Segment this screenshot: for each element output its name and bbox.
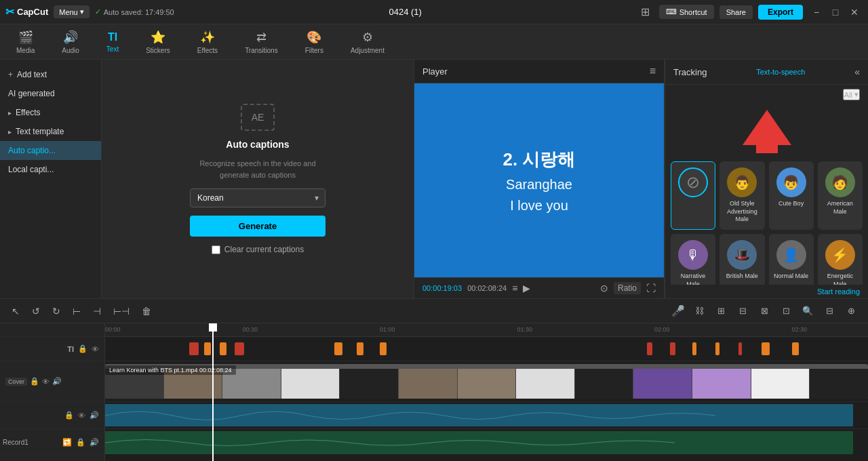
voice-card-american-male[interactable]: 🧑 American Male xyxy=(818,161,863,230)
microphone-button[interactable]: 🎤 xyxy=(671,304,685,317)
crop-button[interactable]: ⊢⊣ xyxy=(110,304,133,319)
auto-captions-button[interactable]: Auto captio... xyxy=(0,141,101,160)
audio-speaker[interactable]: 🔊 xyxy=(90,411,99,420)
track-audio-button[interactable]: ⊟ xyxy=(734,302,751,320)
text-clip-13[interactable] xyxy=(762,342,770,355)
video-track-row: Learn Korean with BTS pt.1.mp4 00:02:08:… xyxy=(105,361,868,402)
clear-captions-checkbox[interactable] xyxy=(212,245,220,254)
video-clip[interactable]: Learn Korean with BTS pt.1.mp4 00:02:08:… xyxy=(105,364,868,399)
display-mode-button[interactable]: ⊞ xyxy=(637,4,654,20)
voice-card-normal-male[interactable]: 👤 Normal Male xyxy=(769,234,814,285)
record-loop[interactable]: 🔁 xyxy=(62,438,72,447)
all-voices-button[interactable]: All ▾ xyxy=(843,89,860,100)
delete-button[interactable]: 🗑 xyxy=(138,304,155,319)
voice-card-energetic-male[interactable]: ⚡ Energetic Male xyxy=(818,234,863,285)
start-reading-button[interactable]: Start reading xyxy=(665,285,868,298)
text-clip-2[interactable] xyxy=(204,342,211,355)
tool-effects[interactable]: ✨ Effects xyxy=(192,27,223,57)
text-clip-14[interactable] xyxy=(792,342,799,355)
player-ratio-button[interactable]: Ratio xyxy=(614,282,641,294)
close-button[interactable]: ✕ xyxy=(846,4,863,20)
auto-captions-desc: Recognize speech in the video and genera… xyxy=(199,158,315,180)
text-clip-9[interactable] xyxy=(670,342,675,355)
player-fullscreen-button[interactable]: ⛶ xyxy=(646,283,656,294)
player-list-view-button[interactable]: ≡ xyxy=(512,283,517,294)
effects-button[interactable]: ▸ Effects xyxy=(0,103,101,122)
timeline-right-buttons: ⛓ ⊞ ⊟ ⊠ ⊡ 🔍 ⊟ ⊕ xyxy=(690,302,860,320)
track-fit-button[interactable]: ⊡ xyxy=(777,302,795,320)
player-menu-icon[interactable]: ≡ xyxy=(650,65,656,77)
split-right-button[interactable]: ⊣ xyxy=(90,304,104,319)
tool-text[interactable]: TI Text xyxy=(101,28,124,56)
share-button[interactable]: Share xyxy=(719,5,753,19)
voice-card-narrative-male[interactable]: 🎙 Narrative Male xyxy=(671,234,715,285)
tool-transitions[interactable]: ⇄ Transitions xyxy=(239,27,283,57)
audio-lock[interactable]: 🔒 xyxy=(64,411,74,420)
export-button[interactable]: Export xyxy=(758,5,803,20)
track-zoom-out-button[interactable]: 🔍 xyxy=(799,302,816,320)
text-track-eye[interactable]: 👁 xyxy=(92,345,99,353)
tool-audio[interactable]: 🔊 Audio xyxy=(56,27,85,57)
ruler-mark-200: 02:00 xyxy=(654,326,670,333)
shortcut-button[interactable]: ⌨ Shortcut xyxy=(659,5,714,19)
video-lock[interactable]: 🔒 xyxy=(30,377,39,386)
thumb-4 xyxy=(281,369,340,399)
tool-adjustment-label: Adjustment xyxy=(351,47,384,54)
voices-grid: ⊘ 👨 Old Style Advertising Male 👦 Cute Bo… xyxy=(665,157,868,285)
tool-filters[interactable]: 🎨 Filters xyxy=(300,27,329,57)
voice-card-british-male[interactable]: 🎩 British Male xyxy=(719,234,764,285)
text-clip-4[interactable] xyxy=(235,342,244,355)
voice-card-old-style[interactable]: 👨 Old Style Advertising Male xyxy=(719,161,764,230)
track-split-view-button[interactable]: ⊞ xyxy=(712,302,730,320)
text-clip-3[interactable] xyxy=(220,342,226,355)
record-wave[interactable] xyxy=(105,431,853,454)
local-captions-button[interactable]: Local capti... xyxy=(0,160,101,179)
cute-boy-icon: 👦 xyxy=(783,174,800,191)
add-text-button[interactable]: + Add text xyxy=(0,65,101,84)
audio-wave[interactable] xyxy=(105,404,853,426)
text-clip-12[interactable] xyxy=(738,342,742,355)
text-track-lock[interactable]: 🔒 xyxy=(78,344,87,353)
player-fit-button[interactable]: ⊙ xyxy=(600,283,608,294)
video-audio[interactable]: 🔊 xyxy=(52,377,62,386)
text-template-button[interactable]: ▸ Text template xyxy=(0,122,101,141)
player-play-button[interactable]: ▶ xyxy=(523,283,530,294)
tool-adjustment[interactable]: ⚙ Adjustment xyxy=(345,27,390,57)
text-clip-5[interactable] xyxy=(334,342,342,355)
tool-media[interactable]: 🎬 Media xyxy=(11,27,40,57)
maximize-button[interactable]: □ xyxy=(827,4,844,20)
ae-icon: AE xyxy=(252,112,264,123)
track-link-button[interactable]: ⛓ xyxy=(690,302,708,320)
split-button[interactable]: ⊢ xyxy=(69,304,84,319)
undo-button[interactable]: ↺ xyxy=(28,304,43,319)
text-clip-1[interactable] xyxy=(189,342,199,355)
video-eye[interactable]: 👁 xyxy=(42,378,50,386)
tts-link[interactable]: Text-to-speech xyxy=(756,68,805,76)
energetic-male-icon: ⚡ xyxy=(831,247,848,263)
record-lock[interactable]: 🔒 xyxy=(76,438,85,447)
track-add-button[interactable]: ⊕ xyxy=(842,302,860,320)
language-select[interactable]: Korean English Japanese Chinese xyxy=(190,188,326,207)
collapse-button[interactable]: « xyxy=(854,66,860,77)
menu-button[interactable]: Menu ▾ xyxy=(54,5,90,18)
tool-stickers[interactable]: ⭐ Stickers xyxy=(140,27,176,57)
ai-generated-button[interactable]: AI generated xyxy=(0,84,101,103)
voice-card-cute-boy[interactable]: 👦 Cute Boy xyxy=(769,161,814,230)
text-clip-10[interactable] xyxy=(692,342,696,355)
text-clip-7[interactable] xyxy=(380,342,387,355)
voice-card-no-voice[interactable]: ⊘ xyxy=(671,161,715,230)
text-clip-11[interactable] xyxy=(715,342,719,355)
generate-button[interactable]: Generate xyxy=(190,216,326,237)
text-clip-6[interactable] xyxy=(357,342,363,355)
select-tool-button[interactable]: ↖ xyxy=(8,304,23,319)
record-speaker[interactable]: 🔊 xyxy=(90,438,99,447)
track-sync-button[interactable]: ⊠ xyxy=(755,302,773,320)
minimize-button[interactable]: − xyxy=(808,4,825,20)
text-clip-8[interactable] xyxy=(647,342,652,355)
audio-eye[interactable]: 👁 xyxy=(78,412,85,420)
redo-button[interactable]: ↻ xyxy=(49,304,64,319)
cover-label[interactable]: Cover xyxy=(5,378,27,386)
clear-captions-label[interactable]: Clear current captions xyxy=(212,245,304,254)
svg-rect-2 xyxy=(105,431,853,454)
track-zoom-slider[interactable]: ⊟ xyxy=(821,302,838,320)
